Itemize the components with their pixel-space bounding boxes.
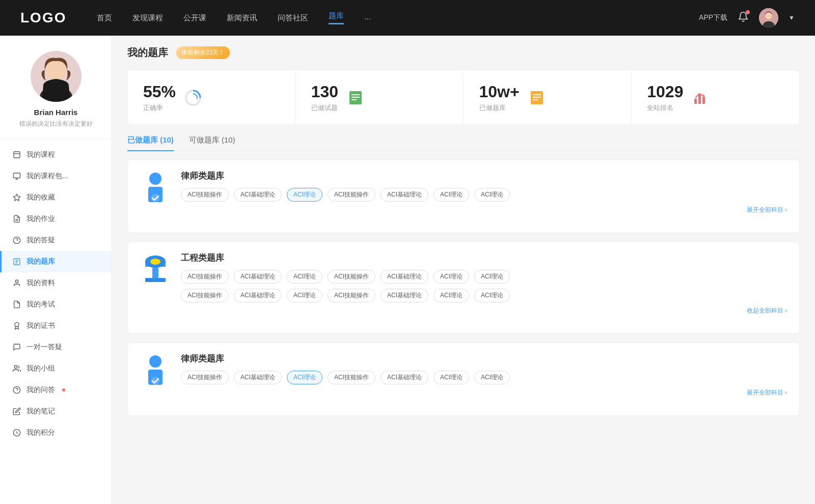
qbank-1-icon xyxy=(140,252,171,288)
qbank-card-0: 律师类题库 ACI技能操作 ACI基础理论 ACI理论 ACI技能操作 ACI基… xyxy=(127,159,800,233)
tag-1-0[interactable]: ACI技能操作 xyxy=(181,270,229,284)
tag-2-6[interactable]: ACI理论 xyxy=(474,371,510,384)
layout: Brian Harris 错误的决定比没有决定要好 我的课程 我的课程包... xyxy=(0,0,815,504)
notification-bell[interactable] xyxy=(738,11,749,24)
menu-item-group-wrap: 我的小组 xyxy=(0,358,112,379)
svg-rect-46 xyxy=(145,278,166,282)
tag-2-3[interactable]: ACI技能操作 xyxy=(328,371,375,384)
tag-1-r2-0[interactable]: ACI技能操作 xyxy=(181,289,229,302)
tag-0-3[interactable]: ACI技能操作 xyxy=(328,188,375,202)
svg-point-25 xyxy=(189,94,197,102)
tag-0-1[interactable]: ACI基础理论 xyxy=(234,188,282,202)
logo: LOGO xyxy=(20,10,66,26)
tag-0-0[interactable]: ACI技能操作 xyxy=(181,188,229,202)
stat-done-banks-value: 10w+ xyxy=(479,82,520,101)
tag-1-r2-4[interactable]: ACI基础理论 xyxy=(381,289,428,302)
user-dropdown-arrow[interactable]: ▼ xyxy=(789,14,795,21)
stat-done-questions: 130 已做试题 xyxy=(296,70,464,125)
tag-2-4[interactable]: ACI基础理论 xyxy=(381,371,428,384)
nav-item-discover[interactable]: 发现课程 xyxy=(132,13,163,23)
stats-row: 55% 正确率 130 已做试题 xyxy=(127,70,800,125)
menu-item-group[interactable]: 我的小组 xyxy=(0,358,112,379)
cert-icon xyxy=(12,321,21,330)
menu-item-profile[interactable]: 我的资料 xyxy=(0,272,112,294)
menu-item-exam[interactable]: 我的考试 xyxy=(0,294,112,315)
tab-done-banks[interactable]: 已做题库 (10) xyxy=(127,135,174,151)
tag-0-5[interactable]: ACI理论 xyxy=(433,188,469,202)
nav-item-more[interactable]: ··· xyxy=(364,14,371,22)
menu-item-questions[interactable]: 我的题库 xyxy=(0,251,112,272)
tag-2-2[interactable]: ACI理论 xyxy=(287,371,322,384)
svg-rect-35 xyxy=(698,95,701,104)
questions-icon xyxy=(12,257,21,266)
nav-menu: 首页 发现课程 公开课 新闻资讯 问答社区 题库 ··· xyxy=(97,11,699,24)
page-title: 我的题库 xyxy=(127,46,168,60)
menu-item-favorites[interactable]: 我的收藏 xyxy=(0,187,112,208)
stat-done-banks: 10w+ 已做题库 xyxy=(464,70,632,125)
tag-1-6[interactable]: ACI理论 xyxy=(474,270,510,284)
page-header: 我的题库 体验剩余23天！ xyxy=(127,46,800,60)
qbank-card-0-header: 律师类题库 ACI技能操作 ACI基础理论 ACI理论 ACI技能操作 ACI基… xyxy=(140,170,787,214)
menu-item-notes[interactable]: 我的笔记 xyxy=(0,401,112,422)
menu-item-points[interactable]: 我的积分 xyxy=(0,422,112,443)
qbank-0-info: 律师类题库 ACI技能操作 ACI基础理论 ACI理论 ACI技能操作 ACI基… xyxy=(181,170,787,214)
tag-0-6[interactable]: ACI理论 xyxy=(474,188,510,202)
svg-marker-8 xyxy=(13,194,20,201)
stat-accuracy: 55% 正确率 xyxy=(128,70,296,125)
menu-item-cert[interactable]: 我的证书 xyxy=(0,315,112,337)
menu-item-homework[interactable]: 我的作业 xyxy=(0,208,112,230)
tag-1-r2-2[interactable]: ACI理论 xyxy=(287,289,322,302)
qbank-2-expand[interactable]: 展开全部科目 › xyxy=(181,388,787,397)
qbank-1-collapse[interactable]: 收起全部科目 › xyxy=(181,306,787,315)
qbank-2-icon xyxy=(140,353,171,388)
tag-0-2[interactable]: ACI理论 xyxy=(287,188,322,202)
tag-1-r2-3[interactable]: ACI技能操作 xyxy=(328,289,375,302)
tag-2-0[interactable]: ACI技能操作 xyxy=(181,371,229,384)
tag-1-5[interactable]: ACI理论 xyxy=(433,270,469,284)
menu-item-myqa[interactable]: 我的问答 xyxy=(0,379,112,401)
nav-item-open-course[interactable]: 公开课 xyxy=(183,13,206,23)
stat-ranking-info: 1029 全站排名 xyxy=(647,82,683,113)
stat-ranking-label: 全站排名 xyxy=(647,103,683,113)
nav-item-questions[interactable]: 题库 xyxy=(329,11,344,24)
menu-item-packages[interactable]: 我的课程包... xyxy=(0,165,112,187)
menu-item-tutor[interactable]: 一对一答疑 xyxy=(0,337,112,358)
stat-done-questions-value: 130 xyxy=(311,82,338,101)
nav-item-news[interactable]: 新闻资讯 xyxy=(227,13,257,23)
tab-available-banks[interactable]: 可做题库 (10) xyxy=(189,135,235,151)
stat-ranking: 1029 全站排名 xyxy=(632,70,799,125)
tag-1-r2-5[interactable]: ACI理论 xyxy=(433,289,469,302)
tag-2-1[interactable]: ACI基础理论 xyxy=(234,371,282,384)
packages-icon xyxy=(12,172,21,181)
nav-item-home[interactable]: 首页 xyxy=(97,13,112,23)
qbank-0-tags: ACI技能操作 ACI基础理论 ACI理论 ACI技能操作 ACI基础理论 AC… xyxy=(181,188,787,202)
nav-item-qa[interactable]: 问答社区 xyxy=(278,13,308,23)
qbank-1-title: 工程类题库 xyxy=(181,252,787,264)
qbank-2-info: 律师类题库 ACI技能操作 ACI基础理论 ACI理论 ACI技能操作 ACI基… xyxy=(181,353,787,397)
qbank-0-expand[interactable]: 展开全部科目 › xyxy=(181,206,787,214)
menu-label-group: 我的小组 xyxy=(26,364,55,373)
myqa-dot xyxy=(62,388,65,391)
notification-dot xyxy=(746,10,750,14)
menu-item-qa[interactable]: 我的答疑 xyxy=(0,230,112,251)
tag-1-4[interactable]: ACI基础理论 xyxy=(381,270,428,284)
myqa-icon xyxy=(12,385,21,395)
tag-0-4[interactable]: ACI基础理论 xyxy=(381,188,428,202)
app-download-link[interactable]: APP下载 xyxy=(699,13,727,22)
stat-done-banks-info: 10w+ 已做题库 xyxy=(479,82,520,113)
tag-1-1[interactable]: ACI基础理论 xyxy=(234,270,282,284)
tag-1-3[interactable]: ACI技能操作 xyxy=(328,270,375,284)
stat-done-banks-label: 已做题库 xyxy=(479,103,520,113)
menu-item-notes-wrap: 我的笔记 xyxy=(0,401,112,422)
svg-rect-36 xyxy=(702,97,705,104)
tag-1-r2-1[interactable]: ACI基础理论 xyxy=(234,289,282,302)
menu-item-courses[interactable]: 我的课程 xyxy=(0,144,112,165)
navbar: LOGO 首页 发现课程 公开课 新闻资讯 问答社区 题库 ··· APP下载 … xyxy=(0,0,815,36)
tag-1-r2-6[interactable]: ACI理论 xyxy=(474,289,510,302)
tag-1-2[interactable]: ACI理论 xyxy=(287,270,322,284)
tag-2-5[interactable]: ACI理论 xyxy=(433,371,469,384)
user-avatar[interactable] xyxy=(759,8,778,27)
menu-label-packages: 我的课程包... xyxy=(26,172,68,181)
svg-point-37 xyxy=(702,95,704,97)
qbank-card-2: 律师类题库 ACI技能操作 ACI基础理论 ACI理论 ACI技能操作 ACI基… xyxy=(127,342,800,416)
